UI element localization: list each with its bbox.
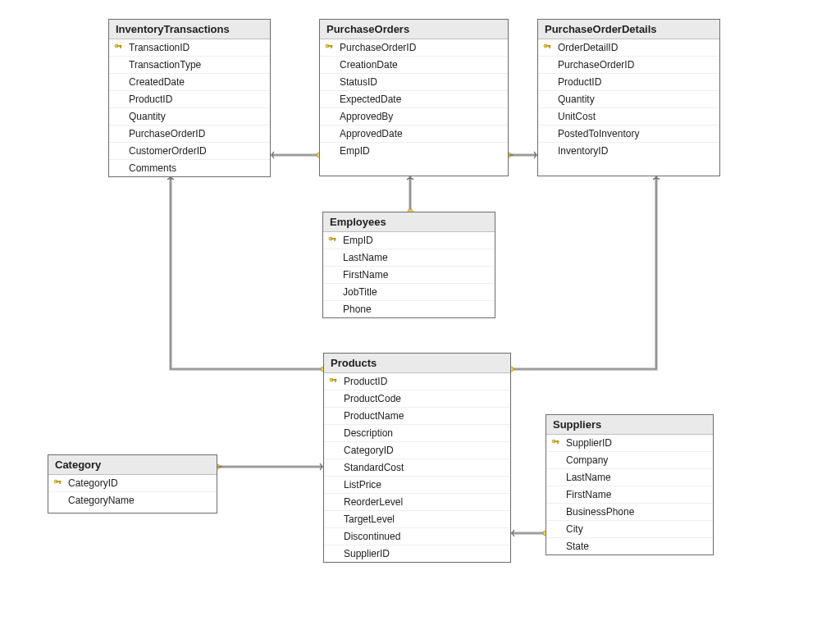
field-name: LastName [561, 472, 611, 483]
field-row[interactable]: Company [546, 452, 713, 469]
field-row[interactable]: Quantity [538, 91, 719, 108]
field-row[interactable]: CreationDate [320, 57, 508, 74]
entity-body: ProductIDProductCodeProductNameDescripti… [324, 373, 510, 562]
field-name: CreationDate [335, 59, 398, 71]
field-row[interactable]: PostedToInventory [538, 126, 719, 143]
field-name: ApprovedDate [335, 128, 403, 139]
pk-cell [327, 377, 339, 386]
field-name: Phone [338, 304, 372, 315]
entity-header[interactable]: PurchaseOrders [320, 20, 508, 39]
field-name: ProductID [124, 94, 172, 105]
field-name: Quantity [553, 94, 595, 105]
entity-category[interactable]: CategoryCategoryIDCategoryName [48, 454, 217, 513]
field-row[interactable]: ListPrice [324, 477, 510, 494]
field-row[interactable]: Quantity [109, 108, 270, 126]
svg-rect-34 [558, 440, 559, 443]
field-row[interactable]: ProductCode [324, 390, 510, 408]
field-row[interactable]: FirstName [546, 486, 713, 504]
field-row[interactable]: Phone [323, 301, 495, 317]
entity-purchaseOrders[interactable]: PurchaseOrdersPurchaseOrderIDCreationDat… [319, 19, 509, 176]
field-row[interactable]: EmpID [320, 143, 508, 159]
entity-header[interactable]: Category [48, 455, 217, 475]
entity-header[interactable]: PurchaseOrderDetails [538, 20, 719, 39]
field-row[interactable]: StandardCost [324, 459, 510, 477]
field-row[interactable]: CustomerOrderID [109, 143, 270, 160]
field-row[interactable]: CreatedDate [109, 74, 270, 91]
entity-employees[interactable]: EmployeesEmpIDLastNameFirstNameJobTitleP… [322, 212, 495, 318]
entity-header[interactable]: Employees [323, 212, 495, 232]
field-row[interactable]: TargetLevel [324, 511, 510, 528]
field-row[interactable]: OrderDetailID [538, 39, 719, 57]
field-row[interactable]: UnitCost [538, 108, 719, 126]
field-row[interactable]: InventoryID [538, 143, 719, 159]
entity-header[interactable]: InventoryTransactions [109, 20, 270, 39]
entity-header[interactable]: Products [324, 354, 510, 373]
field-row[interactable]: ExpectedDate [320, 91, 508, 108]
field-name: Comments [124, 162, 176, 174]
field-name: Discontinued [339, 531, 400, 542]
field-name: PurchaseOrderID [335, 42, 416, 53]
field-row[interactable]: StatusID [320, 74, 508, 91]
field-row[interactable]: PurchaseOrderID [109, 126, 270, 143]
field-row[interactable]: CategoryID [48, 475, 217, 492]
field-row[interactable]: CategoryName [48, 492, 217, 509]
field-row[interactable]: Comments [109, 160, 270, 176]
entity-products[interactable]: ProductsProductIDProductCodeProductNameD… [323, 353, 511, 563]
field-name: ListPrice [339, 479, 381, 491]
field-name: EmpID [338, 235, 373, 246]
field-row[interactable]: ProductID [538, 74, 719, 91]
field-row[interactable]: CategoryID [324, 442, 510, 459]
primary-key-icon [543, 43, 551, 52]
entity-body: SupplierIDCompanyLastNameFirstNameBusine… [546, 435, 713, 555]
er-canvas: InventoryTransactionsTransactionIDTransa… [0, 0, 840, 639]
field-row[interactable]: SupplierID [546, 435, 713, 452]
rel-inv-to-prod[interactable] [171, 176, 323, 369]
field-row[interactable]: Description [324, 425, 510, 442]
field-name: City [561, 523, 583, 535]
field-row[interactable]: ProductID [324, 373, 510, 390]
entity-suppliers[interactable]: SuppliersSupplierIDCompanyLastNameFirstN… [546, 414, 714, 555]
field-name: State [561, 541, 589, 552]
entity-purchaseOrderDetails[interactable]: PurchaseOrderDetailsOrderDetailIDPurchas… [537, 19, 720, 176]
field-row[interactable]: ProductID [109, 91, 270, 108]
entity-header[interactable]: Suppliers [546, 415, 713, 435]
primary-key-icon [53, 479, 62, 487]
svg-rect-25 [335, 238, 336, 240]
field-row[interactable]: PurchaseOrderID [538, 57, 719, 74]
field-row[interactable]: LastName [546, 469, 713, 486]
field-row[interactable]: Discontinued [324, 528, 510, 545]
rel-pod-to-prod[interactable] [511, 176, 656, 369]
field-row[interactable]: State [546, 538, 713, 555]
rel-pod-to-prod-line [511, 176, 656, 369]
field-row[interactable]: TransactionID [109, 39, 270, 57]
field-row[interactable]: City [546, 521, 713, 538]
field-row[interactable]: BusinessPhone [546, 504, 713, 521]
field-name: ProductCode [339, 393, 401, 404]
field-row[interactable]: LastName [323, 249, 495, 267]
field-row[interactable]: ApprovedDate [320, 126, 508, 143]
field-row[interactable]: ApprovedBy [320, 108, 508, 126]
primary-key-icon [329, 377, 337, 386]
field-row[interactable]: PurchaseOrderID [320, 39, 508, 57]
field-row[interactable]: SupplierID [324, 545, 510, 562]
field-row[interactable]: ProductName [324, 408, 510, 425]
field-name: LastName [338, 252, 388, 263]
field-name: TargetLevel [339, 513, 395, 525]
svg-rect-16 [121, 45, 121, 48]
field-name: ProductID [339, 376, 387, 387]
field-name: FirstName [561, 489, 611, 500]
field-name: SupplierID [339, 548, 390, 559]
svg-rect-19 [331, 45, 332, 48]
primary-key-icon [114, 43, 122, 52]
field-row[interactable]: TransactionType [109, 57, 270, 74]
field-row[interactable]: FirstName [323, 267, 495, 284]
field-row[interactable]: EmpID [323, 232, 495, 249]
field-name: PurchaseOrderID [124, 128, 205, 139]
field-row[interactable]: JobTitle [323, 284, 495, 301]
entity-inventoryTransactions[interactable]: InventoryTransactionsTransactionIDTransa… [108, 19, 271, 177]
field-name: Company [561, 454, 608, 466]
pk-cell [112, 43, 124, 52]
field-row[interactable]: ReorderLevel [324, 494, 510, 511]
primary-key-icon [325, 43, 333, 52]
field-name: CategoryName [63, 495, 135, 506]
